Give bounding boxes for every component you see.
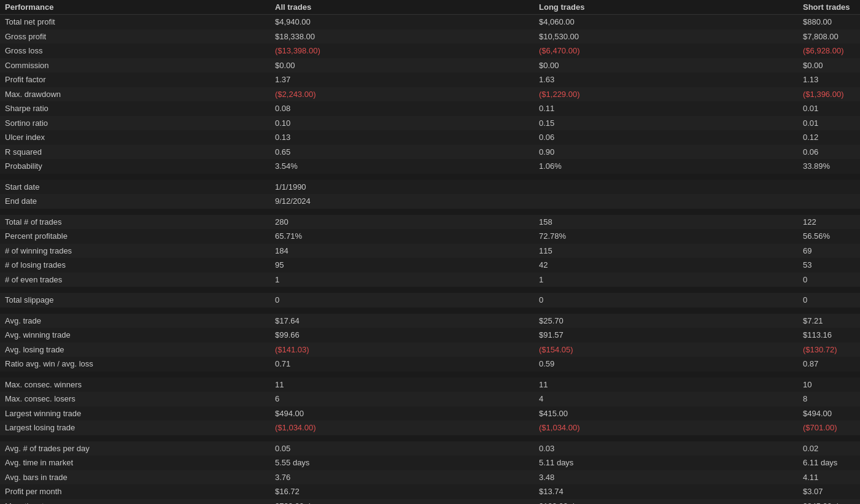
row-long: 1: [534, 273, 798, 287]
row-all: 0.08: [270, 101, 534, 116]
row-label: Probability: [0, 159, 270, 174]
row-long: 42: [534, 258, 798, 273]
row-short: 0.87: [798, 357, 860, 371]
row-all: ($141.03): [270, 343, 534, 357]
table-row: Sharpe ratio0.080.110.01: [0, 101, 860, 116]
row-long: 3.48: [534, 470, 798, 485]
row-short: 122: [798, 215, 860, 230]
row-all: $16.72: [270, 484, 534, 499]
spacer-row: [0, 174, 860, 180]
row-label: Sharpe ratio: [0, 101, 270, 116]
row-all: 5.55 days: [270, 456, 534, 470]
spacer-row: [0, 308, 860, 314]
row-label: Percent profitable: [0, 229, 270, 244]
row-long: 115: [534, 244, 798, 258]
row-long: 0.06: [534, 130, 798, 145]
row-label: # of even trades: [0, 273, 270, 287]
row-short: $7.21: [798, 314, 860, 328]
row-short: 4.11: [798, 470, 860, 485]
row-all: 1.37: [270, 72, 534, 87]
row-all: 95: [270, 258, 534, 273]
table-row: Profit factor1.371.631.13: [0, 72, 860, 87]
row-label: Profit per month: [0, 484, 270, 499]
row-short: 10: [798, 378, 860, 392]
row-label: Max. consec. winners: [0, 378, 270, 392]
row-long: 11: [534, 378, 798, 392]
table-row: Max. drawdown($2,243.00)($1,229.00)($1,3…: [0, 87, 860, 102]
row-label: End date: [0, 194, 270, 209]
row-label: Total slippage: [0, 293, 270, 308]
performance-table: { "header": { "col_performance": "Perfor…: [0, 0, 860, 504]
table-row: Avg. time in market5.55 days5.11 days6.1…: [0, 456, 860, 470]
row-label: Sortino ratio: [0, 116, 270, 131]
row-label: Max. time to recover: [0, 499, 270, 505]
row-short: 1.13: [798, 72, 860, 87]
row-all: 3.54%: [270, 159, 534, 174]
row-label: Largest losing trade: [0, 421, 270, 435]
table-row: Gross profit$18,338.00$10,530.00$7,808.0…: [0, 29, 860, 44]
row-label: Max. consec. losers: [0, 392, 270, 406]
table-row: Avg. winning trade$99.66$91.57$113.16: [0, 328, 860, 343]
row-long: 0.11: [534, 101, 798, 116]
row-all: 1: [270, 273, 534, 287]
row-long: ($154.05): [534, 343, 798, 357]
table-row: Avg. bars in trade3.763.484.11: [0, 470, 860, 485]
row-label: Largest winning trade: [0, 406, 270, 421]
row-all: ($1,034.00): [270, 421, 534, 435]
table-row: Gross loss($13,398.00)($6,470.00)($6,928…: [0, 44, 860, 58]
row-long: $4,060.00: [534, 15, 798, 29]
row-all: 0.71: [270, 357, 534, 371]
table-row: # of even trades110: [0, 273, 860, 287]
row-long: $10,530.00: [534, 29, 798, 44]
row-short: 53: [798, 258, 860, 273]
row-long: 0.15: [534, 116, 798, 131]
row-all: 3.76: [270, 470, 534, 485]
header-short-trades: Short trades: [798, 0, 860, 15]
row-long: 5.11 days: [534, 456, 798, 470]
row-all: ($13,398.00): [270, 44, 534, 58]
spacer-row: [0, 435, 860, 441]
row-label: Ulcer index: [0, 130, 270, 145]
table-row: Avg. losing trade($141.03)($154.05)($130…: [0, 343, 860, 357]
row-short: 56.56%: [798, 229, 860, 244]
row-long: [534, 194, 798, 209]
row-short: $3.07: [798, 484, 860, 499]
table-row: Avg. # of trades per day0.050.030.02: [0, 441, 860, 456]
row-all: 1/1/1990: [270, 180, 534, 195]
row-all: $18,338.00: [270, 29, 534, 44]
row-long: $415.00: [534, 406, 798, 421]
row-label: Avg. trade: [0, 314, 270, 328]
table-row: Total slippage000: [0, 293, 860, 308]
table-row: Sortino ratio0.100.150.01: [0, 116, 860, 131]
row-long: [534, 180, 798, 195]
row-short: 0: [798, 273, 860, 287]
row-short: 8: [798, 392, 860, 406]
table-row: Start date1/1/1990: [0, 180, 860, 195]
row-long: ($1,229.00): [534, 87, 798, 102]
row-label: Start date: [0, 180, 270, 195]
row-short: 0.06: [798, 145, 860, 160]
row-label: Avg. winning trade: [0, 328, 270, 343]
row-long: 2120.00 days: [534, 499, 798, 505]
table-row: Percent profitable65.71%72.78%56.56%: [0, 229, 860, 244]
header-all-trades: All trades: [270, 0, 534, 15]
row-label: Avg. losing trade: [0, 343, 270, 357]
row-short: ($6,928.00): [798, 44, 860, 58]
row-short: 0: [798, 293, 860, 308]
table-row: Total # of trades280158122: [0, 215, 860, 230]
header-performance: Performance: [0, 0, 270, 15]
row-long: 72.78%: [534, 229, 798, 244]
row-all: $0.00: [270, 58, 534, 73]
table-row: Probability3.54%1.06%33.89%: [0, 159, 860, 174]
row-label: Ratio avg. win / avg. loss: [0, 357, 270, 371]
row-short: [798, 180, 860, 195]
table-row: Max. time to recover2723.00 days2120.00 …: [0, 499, 860, 505]
row-label: Commission: [0, 58, 270, 73]
spacer-row: [0, 371, 860, 378]
spacer-row: [0, 209, 860, 215]
row-short: 33.89%: [798, 159, 860, 174]
table-row: Max. consec. losers648: [0, 392, 860, 406]
row-long: 1.06%: [534, 159, 798, 174]
row-short: 0.01: [798, 101, 860, 116]
table-row: Avg. trade$17.64$25.70$7.21: [0, 314, 860, 328]
